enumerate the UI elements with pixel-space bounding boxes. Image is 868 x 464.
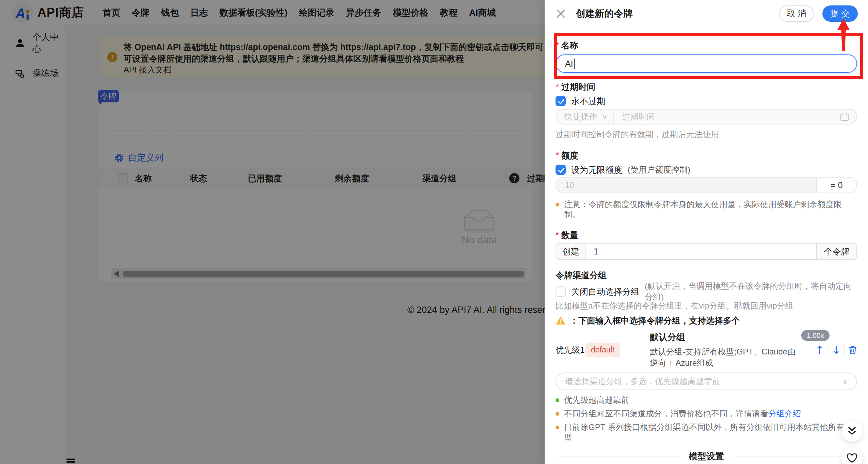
quantity-input[interactable]: 1	[585, 243, 817, 260]
quantity-prefix: 创建	[556, 243, 585, 260]
group-note-text: 不同分组对应不同渠道成分，消费价格也不同，详情请看	[564, 409, 768, 418]
divider	[844, 346, 845, 354]
quick-action-select[interactable]: 快捷操作 ∨	[556, 110, 614, 124]
group-warning-text: ：下面输入框中选择令牌分组，支持选择多个	[570, 315, 740, 326]
auto-select-off-checkbox[interactable]	[556, 286, 566, 297]
quota-input[interactable]: 10	[556, 178, 816, 193]
bullet-icon	[556, 398, 559, 402]
close-icon[interactable]: ×	[555, 6, 567, 21]
drawer-body: 名称 AI 过期时间 永不过期 快捷操作 ∨ 过期时间 过期时间控制令牌的有效期…	[545, 27, 868, 464]
quota-note-row: 注意：令牌的额度仅限制令牌本身的最大使用量，实际使用受账户剩余额度限制。	[556, 199, 857, 220]
auto-select-off-note: (默认开启，当调用模型不在该令牌的分组时，将自动定向分组)	[645, 281, 857, 302]
bullet-icon	[556, 412, 559, 416]
expiry-label: 过期时间	[556, 82, 857, 92]
model-settings-title: 模型设置	[689, 450, 724, 462]
quota-label: 额度	[556, 150, 857, 161]
channel-group-label: 令牌渠道分组	[556, 270, 857, 280]
group-note-row: 目前除GPT 系列接口根据分组渠道不同以外，所有分组依旧可用本站其他所有模型	[556, 422, 857, 443]
expiry-help-text: 过期时间控制令牌的有效期，过期后无法使用	[556, 129, 857, 139]
quick-action-label: 快捷操作	[564, 111, 597, 122]
quantity-input-group: 创建 1 个令牌	[556, 243, 857, 260]
unlimited-quota-row: 设为无限额度 (受用户额度控制)	[556, 165, 857, 175]
bullet-icon	[556, 203, 559, 206]
group-actions: ↑ ↓	[815, 344, 857, 357]
never-expire-checkbox[interactable]	[556, 96, 566, 106]
move-up-icon[interactable]: ↑	[815, 344, 824, 357]
group-description: 默认分组-支持所有模型;GPT、Claude由逆向 + Azure组成	[650, 346, 803, 368]
quantity-label: 数量	[556, 230, 857, 240]
text-caret	[574, 59, 575, 69]
group-tag-badge: default	[585, 343, 620, 357]
auto-select-off-row: 关闭自动选择分组 (默认开启，当调用模型不在该令牌的分组时，将自动定向分组)	[556, 286, 857, 297]
move-down-icon[interactable]: ↓	[832, 344, 841, 357]
drawer-header: × 创建新的令牌 取 消 提 交	[545, 0, 868, 27]
chevron-down-icon: ∨	[602, 113, 607, 121]
name-input[interactable]: AI	[556, 54, 857, 73]
expiry-input-group: 快捷操作 ∨ 过期时间	[556, 109, 857, 125]
group-note-row: 优先级越高越靠前	[556, 395, 857, 405]
quota-input-group: 10 = 0	[556, 177, 857, 193]
create-token-drawer: × 创建新的令牌 取 消 提 交 名称 AI 过期时间 永不过期 快捷操作 ∨ …	[545, 0, 868, 464]
group-note-row: 不同分组对应不同渠道成分，消费价格也不同，详情请看分组介绍	[556, 409, 857, 419]
name-label: 名称	[556, 40, 857, 50]
drawer-mask[interactable]	[0, 0, 545, 464]
group-note-text: 目前除GPT 系列接口根据分组渠道不同以外，所有分组依旧可用本站其他所有模型	[564, 422, 857, 443]
quota-suffix: = 0	[816, 178, 856, 193]
divider	[827, 346, 828, 354]
unlimited-quota-checkbox[interactable]	[556, 165, 566, 175]
quota-note-text: 注意：令牌的额度仅限制令牌本身的最大使用量，实际使用受账户剩余额度限制。	[564, 199, 857, 220]
never-expire-row: 永不过期	[556, 96, 857, 106]
warning-triangle-icon	[556, 316, 566, 325]
group-info: 默认分组 1.00x 默认分组-支持所有模型;GPT、Claude由逆向 + A…	[650, 331, 803, 368]
channel-group-select[interactable]: 请选择渠道分组，多选，优先级越高越靠前 ∨	[556, 372, 857, 390]
bullet-icon	[556, 426, 559, 429]
name-value: AI	[565, 59, 573, 69]
chevron-down-icon: ∨	[842, 377, 848, 385]
never-expire-label: 永不过期	[571, 96, 605, 107]
quantity-unit: 个令牌	[817, 243, 857, 260]
collapse-button[interactable]	[841, 420, 863, 442]
expiry-date-input[interactable]: 过期时间	[614, 111, 840, 122]
group-name: 默认分组	[650, 331, 803, 343]
auto-select-off-label: 关闭自动选择分组	[571, 286, 639, 297]
select-placeholder: 请选择渠道分组，多选，优先级越高越靠前	[565, 376, 842, 387]
group-warning-row: ：下面输入框中选择令牌分组，支持选择多个	[556, 315, 857, 326]
delete-icon[interactable]	[848, 345, 857, 355]
calendar-icon[interactable]	[840, 112, 849, 121]
model-settings-divider: 模型设置	[556, 451, 857, 462]
heart-icon	[846, 453, 858, 464]
unlimited-quota-label: 设为无限额度	[571, 164, 622, 176]
group-note-text: 优先级越高越靠前	[564, 395, 629, 405]
cancel-button[interactable]: 取 消	[779, 5, 814, 22]
drawer-title: 创建新的令牌	[576, 7, 779, 20]
selected-group-row: 优先级1 default 默认分组 1.00x 默认分组-支持所有模型;GPT、…	[556, 331, 857, 368]
unlimited-quota-note: (受用户额度控制)	[628, 164, 690, 175]
group-intro-link[interactable]: 分组介绍	[768, 409, 801, 418]
submit-button[interactable]: 提 交	[822, 5, 858, 22]
priority-label: 优先级1	[556, 345, 585, 355]
double-chevron-down-icon	[846, 425, 858, 437]
group-multiplier-badge: 1.00x	[801, 330, 830, 341]
